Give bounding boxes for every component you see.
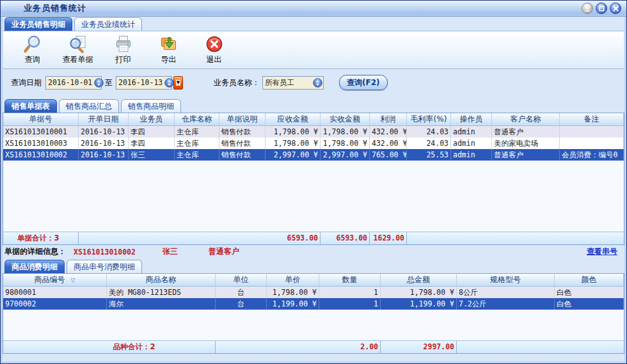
query-f2-button[interactable]: 查询(F2) [339, 75, 388, 90]
tab-sales-product-detail[interactable]: 销售商品明细 [121, 99, 181, 113]
product-footer-row-cell-5: 2997.00 [381, 341, 457, 353]
sales-footer-row-cell-5: 6593.00 [266, 232, 321, 244]
sales-row-cell-9: admin [451, 149, 492, 161]
app-window: 业务员销售统计 业务员销售明细 业务员业绩统计 查询 [0, 0, 627, 364]
sales-header-row-cell-1: 开单日期 [79, 113, 129, 126]
product-header-row-cell-7: 颜色 [555, 274, 624, 287]
query-button[interactable]: 查询 [10, 33, 55, 67]
maximize-icon [596, 3, 607, 14]
order-detail-label: 单据的详细信息： [4, 246, 66, 257]
window-title: 业务员销售统计 [1, 3, 86, 14]
date-from-input[interactable]: 2016-10-01 [45, 76, 102, 90]
sales-row-cell-5: 2,997.00 ¥ [266, 149, 321, 161]
product-row-cell-7: 白色 [555, 287, 624, 298]
product-row-cell-1: 海尔 [107, 298, 216, 310]
sales-header-row-cell-3: 仓库名称 [175, 113, 219, 126]
sales-row-cell-2: 张三 [129, 149, 175, 161]
sales-row-cell-5: 1,798.00 ¥ [266, 138, 321, 149]
date-range-label: 查询日期 [11, 77, 42, 88]
product-row-cell-4: 1 [319, 298, 381, 310]
sales-footer-row-cell-4 [219, 232, 266, 244]
sales-row-cell-0: XS161013010001 [3, 126, 79, 138]
sales-row-cell-6: 1,798.00 ¥ [321, 126, 370, 138]
tab-product-serial-consumption-detail[interactable]: 商品串号消费明细 [67, 260, 142, 273]
product-header-row[interactable]: 商品编号▽商品名称单位单价数量总金额规格型号颜色 [3, 274, 624, 287]
salesperson-label: 业务员名称： [214, 77, 260, 88]
product-footer-row-cell-1: 品种合计：2 [107, 341, 216, 353]
date-to-input[interactable]: 2016-10-13 [116, 76, 172, 90]
sales-row-cell-3: 主仓库 [175, 138, 219, 149]
sales-row-cell-6: 2,997.00 ¥ [321, 149, 370, 161]
product-header-row-cell-1: 商品名称 [107, 274, 216, 287]
product-footer-row-cell-7 [555, 341, 624, 353]
sales-row-cell-11: 会员消费：编号0 [560, 149, 624, 161]
product-tabs: 商品消费明细 商品串号消费明细 [4, 259, 144, 273]
sales-header-row-cell-10: 客户名称 [492, 113, 560, 126]
sales-header-row-cell-7: 利润 [370, 113, 407, 126]
exit-icon [205, 35, 224, 54]
sales-row-cell-7: 432.00 ¥ [370, 126, 407, 138]
minimize-button[interactable] [582, 3, 593, 14]
sales-row-cell-1: 2016-10-13 [79, 138, 129, 149]
order-detail-bar: 单据的详细信息： XS161013010002 张三 普通客户 查看串号 [4, 245, 623, 258]
product-row-cell-0: 9800001 [3, 287, 107, 298]
date-quick-dropdown-button[interactable]: ▼ [173, 76, 183, 90]
sales-footer-row: 单据合计：36593.006593.001629.00 [3, 232, 624, 244]
date-from-spinner-icon[interactable] [94, 78, 104, 88]
titlebar: 业务员销售统计 [1, 1, 626, 17]
tab-product-consumption-detail[interactable]: 商品消费明细 [4, 260, 65, 273]
export-button[interactable]: 导出 [146, 33, 191, 67]
filter-bar: 查询日期 2016-10-01 至 2016-10-13 ▼ 业务员名称： [3, 68, 624, 97]
sales-row[interactable]: XS1610130100032016-10-13李四主仓库销售付款1,798.0… [3, 138, 624, 149]
sales-row-cell-9: admin [451, 138, 492, 149]
sales-row-cell-2: 李四 [129, 138, 175, 149]
sales-footer-row-cell-10 [492, 232, 560, 244]
sales-row[interactable]: XS1610130100022016-10-13张三主仓库销售付款2,997.0… [3, 149, 624, 161]
date-to-spinner-icon[interactable] [164, 78, 174, 88]
tab-salesperson-sales-detail[interactable]: 业务员销售明细 [4, 17, 72, 31]
close-button[interactable] [610, 3, 621, 14]
sales-row[interactable]: XS1610130100012016-10-13李四主仓库销售付款1,798.0… [3, 126, 624, 138]
sort-indicator-icon: ▽ [71, 277, 75, 283]
salesperson-spinner-icon[interactable] [313, 78, 322, 88]
sales-row-cell-8: 24.03 [407, 126, 451, 138]
tab-salesperson-performance[interactable]: 业务员业绩统计 [74, 17, 142, 31]
salesperson-value: 所有员工 [263, 78, 296, 88]
sales-header-row[interactable]: 单据号开单日期业务员仓库名称单据说明应收金额实收金额利润毛利率(%)操作员客户名… [3, 113, 624, 126]
salesperson-select[interactable]: 所有员工 [262, 76, 324, 90]
product-row-cell-3: 1,199.00 ¥ [267, 298, 319, 310]
view-serial-link[interactable]: 查看串号 [587, 246, 617, 257]
sales-footer-row-cell-9 [451, 232, 492, 244]
sales-row-cell-4: 销售付款 [219, 149, 266, 161]
tab-sales-product-summary[interactable]: 销售商品汇总 [59, 99, 119, 113]
sales-header-row-cell-2: 业务员 [129, 113, 175, 126]
product-header-row-cell-4: 数量 [319, 274, 381, 287]
sales-row-cell-1: 2016-10-13 [79, 126, 129, 138]
sales-header-row-cell-4: 单据说明 [219, 113, 266, 126]
view-document-button[interactable]: 查看单据 [55, 33, 100, 67]
sales-row-cell-11 [560, 138, 624, 149]
sales-footer-row-cell-2 [129, 232, 175, 244]
date-from-value: 2016-10-01 [46, 78, 94, 87]
product-header-row-cell-6: 规格型号 [457, 274, 555, 287]
sales-footer-row-cell-8 [407, 232, 451, 244]
sales-footer-row-cell-0: 单据合计：3 [3, 232, 79, 244]
date-to-value: 2016-10-13 [116, 78, 164, 87]
product-row-cell-6: 8公斤 [457, 287, 555, 298]
product-row[interactable]: 9700002海尔台1,199.00 ¥11,199.00 ¥7.2公斤白色 [3, 298, 624, 310]
sales-row-cell-10: 普通客户 [492, 149, 560, 161]
product-table-header: 商品编号▽商品名称单位单价数量总金额规格型号颜色 [3, 274, 624, 287]
product-footer-row-cell-3 [267, 341, 319, 353]
print-button[interactable]: 打印 [100, 33, 146, 67]
sales-footer-row-cell-3 [175, 232, 219, 244]
print-button-label: 打印 [116, 54, 131, 65]
product-footer-row-cell-4: 2.00 [319, 341, 381, 353]
product-table-body: 9800001美的 MG80-1213EDS台1,798.00 ¥11,798.… [3, 287, 624, 340]
maximize-button[interactable] [596, 3, 607, 14]
product-row[interactable]: 9800001美的 MG80-1213EDS台1,798.00 ¥11,798.… [3, 287, 624, 298]
sales-row-cell-8: 24.03 [407, 138, 451, 149]
toolbar: 查询 查看单据 打印 [3, 31, 624, 69]
exit-button[interactable]: 退出 [191, 33, 237, 67]
sales-footer-row-cell-7: 1629.00 [370, 232, 407, 244]
tab-sales-orders[interactable]: 销售单据表 [4, 99, 57, 113]
